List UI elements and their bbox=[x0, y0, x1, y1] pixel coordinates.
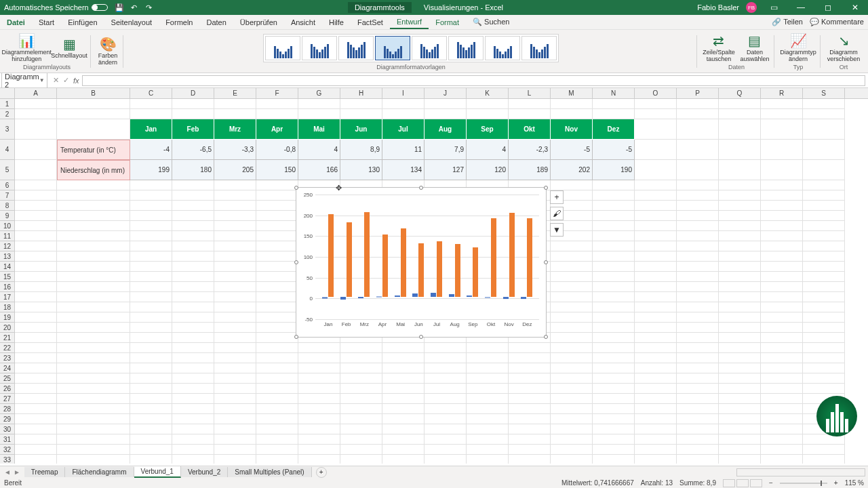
row-header[interactable]: 14 bbox=[0, 262, 15, 272]
cell[interactable] bbox=[467, 363, 509, 373]
resize-handle[interactable] bbox=[294, 335, 298, 339]
cell[interactable] bbox=[803, 373, 845, 384]
cell[interactable] bbox=[340, 343, 382, 353]
cell[interactable] bbox=[677, 302, 719, 312]
column-header[interactable]: O bbox=[635, 88, 677, 98]
cell[interactable] bbox=[57, 190, 130, 201]
cell[interactable] bbox=[761, 180, 803, 190]
cell[interactable] bbox=[15, 241, 57, 251]
cell[interactable]: 4 bbox=[467, 140, 509, 160]
cell[interactable] bbox=[256, 414, 298, 424]
tab-help[interactable]: Hilfe bbox=[322, 16, 351, 28]
cell[interactable] bbox=[172, 384, 214, 394]
switch-row-col-button[interactable]: ⇄Zeile/Spalte tauschen bbox=[703, 33, 735, 63]
cell[interactable] bbox=[298, 353, 340, 363]
bar-group[interactable] bbox=[431, 241, 442, 297]
cell[interactable] bbox=[256, 251, 298, 262]
cell[interactable] bbox=[15, 455, 57, 464]
cell[interactable] bbox=[256, 424, 298, 434]
cell[interactable] bbox=[551, 272, 593, 282]
cell[interactable] bbox=[214, 404, 256, 414]
cell[interactable] bbox=[719, 262, 761, 272]
cell[interactable] bbox=[803, 201, 845, 211]
cell[interactable] bbox=[551, 302, 593, 312]
cell[interactable] bbox=[15, 404, 57, 414]
cell[interactable] bbox=[719, 373, 761, 384]
cell[interactable] bbox=[761, 424, 803, 434]
tab-view[interactable]: Ansicht bbox=[284, 16, 322, 28]
cell[interactable] bbox=[15, 445, 57, 455]
row-header[interactable]: 15 bbox=[0, 272, 15, 282]
cell[interactable] bbox=[719, 455, 761, 464]
cell[interactable] bbox=[761, 99, 803, 109]
cell[interactable] bbox=[635, 211, 677, 221]
cell[interactable] bbox=[635, 333, 677, 343]
cell[interactable] bbox=[677, 180, 719, 190]
bar-group[interactable] bbox=[358, 212, 370, 298]
cell[interactable] bbox=[467, 343, 509, 353]
cell[interactable] bbox=[677, 211, 719, 221]
row-header[interactable]: 6 bbox=[0, 180, 15, 190]
cell[interactable] bbox=[761, 241, 803, 251]
autosave-toggle[interactable]: Automatisches Speichern bbox=[4, 3, 108, 12]
cell[interactable] bbox=[214, 272, 256, 282]
cell[interactable] bbox=[340, 353, 382, 363]
column-header[interactable]: F bbox=[256, 88, 298, 98]
chart-object[interactable]: ✥ + 🖌 ▼ -50050100150200250 JanFebMrzAprM… bbox=[296, 187, 547, 338]
cell[interactable] bbox=[214, 190, 256, 201]
cell[interactable] bbox=[130, 414, 172, 424]
cell[interactable] bbox=[214, 109, 256, 119]
cell[interactable] bbox=[761, 221, 803, 231]
cell[interactable] bbox=[803, 363, 845, 373]
row-header[interactable]: 16 bbox=[0, 282, 15, 292]
cell[interactable] bbox=[593, 353, 635, 363]
cell[interactable] bbox=[593, 373, 635, 384]
cell[interactable] bbox=[593, 221, 635, 231]
cell[interactable] bbox=[214, 394, 256, 404]
cell[interactable]: -5 bbox=[551, 140, 593, 160]
cell[interactable] bbox=[172, 99, 214, 109]
column-header[interactable]: C bbox=[130, 88, 172, 98]
cell[interactable] bbox=[761, 119, 803, 140]
cell[interactable] bbox=[15, 292, 57, 302]
zoom-level[interactable]: 115 % bbox=[845, 479, 864, 487]
cell[interactable]: 11 bbox=[382, 140, 425, 160]
row-header[interactable]: 23 bbox=[0, 353, 15, 363]
cell[interactable] bbox=[172, 231, 214, 241]
cell[interactable] bbox=[340, 394, 382, 404]
cell[interactable] bbox=[57, 211, 130, 221]
cell[interactable] bbox=[382, 353, 425, 363]
cell[interactable] bbox=[57, 353, 130, 363]
cell[interactable] bbox=[593, 211, 635, 221]
cell[interactable] bbox=[551, 455, 593, 464]
cell[interactable] bbox=[57, 302, 130, 312]
bar-group[interactable] bbox=[376, 235, 388, 297]
cell[interactable]: -2,3 bbox=[509, 140, 551, 160]
row-header[interactable]: 32 bbox=[0, 445, 15, 455]
row-header[interactable]: 20 bbox=[0, 323, 15, 333]
cell[interactable] bbox=[677, 109, 719, 119]
tab-format[interactable]: Format bbox=[429, 16, 466, 28]
cell[interactable] bbox=[172, 190, 214, 201]
add-sheet-button[interactable]: + bbox=[316, 467, 327, 478]
cell[interactable] bbox=[551, 333, 593, 343]
cell[interactable] bbox=[298, 384, 340, 394]
cell[interactable] bbox=[15, 190, 57, 201]
column-header[interactable]: D bbox=[172, 88, 214, 98]
cell[interactable] bbox=[509, 343, 551, 353]
cell[interactable] bbox=[719, 323, 761, 333]
row-header[interactable]: 28 bbox=[0, 404, 15, 414]
cell[interactable] bbox=[593, 445, 635, 455]
worksheet-grid[interactable]: ABCDEFGHIJKLMNOPQRS 12345678910111213141… bbox=[0, 88, 868, 464]
cell[interactable]: 150 bbox=[256, 160, 298, 180]
cell[interactable] bbox=[509, 404, 551, 414]
cell[interactable] bbox=[509, 414, 551, 424]
cell[interactable] bbox=[551, 414, 593, 424]
row-header[interactable]: 31 bbox=[0, 434, 15, 445]
cell[interactable] bbox=[593, 455, 635, 464]
cell[interactable] bbox=[15, 160, 57, 180]
cell[interactable] bbox=[57, 251, 130, 262]
cell[interactable]: 134 bbox=[382, 160, 425, 180]
row-header[interactable]: 5 bbox=[0, 160, 15, 180]
cell[interactable] bbox=[15, 373, 57, 384]
